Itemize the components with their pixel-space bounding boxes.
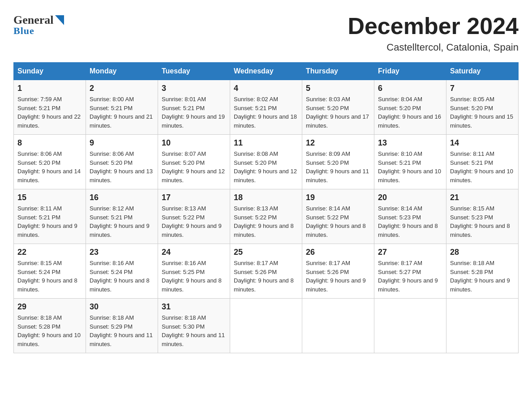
day-info: Sunrise: 8:18 AMSunset: 5:30 PMDaylight:… bbox=[162, 314, 225, 347]
day-info: Sunrise: 8:13 AMSunset: 5:22 PMDaylight:… bbox=[234, 205, 294, 238]
day-number: 12 bbox=[306, 138, 370, 148]
day-number: 22 bbox=[17, 248, 82, 257]
calendar-table: Sunday Monday Tuesday Wednesday Thursday… bbox=[13, 62, 519, 353]
calendar-week-row: 1 Sunrise: 7:59 AMSunset: 5:21 PMDayligh… bbox=[14, 80, 519, 135]
day-info: Sunrise: 8:07 AMSunset: 5:20 PMDaylight:… bbox=[162, 150, 225, 184]
day-info: Sunrise: 8:16 AMSunset: 5:25 PMDaylight:… bbox=[162, 260, 222, 293]
day-info: Sunrise: 8:05 AMSunset: 5:20 PMDaylight:… bbox=[450, 96, 513, 129]
logo-blue-text: Blue bbox=[13, 25, 34, 37]
day-info: Sunrise: 8:17 AMSunset: 5:26 PMDaylight:… bbox=[306, 260, 366, 293]
table-row: 6 Sunrise: 8:04 AMSunset: 5:20 PMDayligh… bbox=[374, 80, 446, 135]
table-row: 17 Sunrise: 8:13 AMSunset: 5:22 PMDaylig… bbox=[158, 189, 230, 244]
table-row: 15 Sunrise: 8:11 AMSunset: 5:21 PMDaylig… bbox=[14, 189, 86, 244]
col-friday: Friday bbox=[374, 63, 446, 80]
day-number: 2 bbox=[90, 84, 154, 93]
table-row: 29 Sunrise: 8:18 AMSunset: 5:28 PMDaylig… bbox=[14, 299, 86, 353]
day-number: 10 bbox=[162, 138, 226, 148]
table-row: 23 Sunrise: 8:16 AMSunset: 5:24 PMDaylig… bbox=[86, 244, 158, 299]
page-header: General Blue December 2024 Castelltercol… bbox=[13, 13, 519, 53]
day-info: Sunrise: 8:17 AMSunset: 5:26 PMDaylight:… bbox=[234, 260, 294, 293]
day-info: Sunrise: 8:11 AMSunset: 5:21 PMDaylight:… bbox=[17, 205, 77, 238]
day-number: 4 bbox=[234, 84, 298, 93]
table-row: 7 Sunrise: 8:05 AMSunset: 5:20 PMDayligh… bbox=[446, 80, 519, 135]
table-row: 20 Sunrise: 8:14 AMSunset: 5:23 PMDaylig… bbox=[374, 189, 446, 244]
day-info: Sunrise: 8:02 AMSunset: 5:21 PMDaylight:… bbox=[234, 96, 297, 129]
table-row: 21 Sunrise: 8:15 AMSunset: 5:23 PMDaylig… bbox=[446, 189, 519, 244]
day-number: 24 bbox=[162, 248, 226, 257]
day-info: Sunrise: 8:17 AMSunset: 5:27 PMDaylight:… bbox=[378, 260, 438, 293]
day-info: Sunrise: 8:18 AMSunset: 5:28 PMDaylight:… bbox=[17, 314, 81, 347]
day-number: 8 bbox=[17, 138, 82, 148]
col-thursday: Thursday bbox=[302, 63, 374, 80]
table-row: 19 Sunrise: 8:14 AMSunset: 5:22 PMDaylig… bbox=[302, 189, 374, 244]
table-row bbox=[374, 299, 446, 353]
table-row: 22 Sunrise: 8:15 AMSunset: 5:24 PMDaylig… bbox=[14, 244, 86, 299]
calendar-week-row: 8 Sunrise: 8:06 AMSunset: 5:20 PMDayligh… bbox=[14, 135, 519, 189]
day-info: Sunrise: 8:18 AMSunset: 5:29 PMDaylight:… bbox=[90, 314, 153, 347]
day-info: Sunrise: 8:12 AMSunset: 5:21 PMDaylight:… bbox=[90, 205, 150, 238]
calendar-week-row: 22 Sunrise: 8:15 AMSunset: 5:24 PMDaylig… bbox=[14, 244, 519, 299]
table-row: 10 Sunrise: 8:07 AMSunset: 5:20 PMDaylig… bbox=[158, 135, 230, 189]
table-row: 4 Sunrise: 8:02 AMSunset: 5:21 PMDayligh… bbox=[230, 80, 302, 135]
table-row: 16 Sunrise: 8:12 AMSunset: 5:21 PMDaylig… bbox=[86, 189, 158, 244]
day-number: 9 bbox=[90, 138, 154, 148]
table-row: 13 Sunrise: 8:10 AMSunset: 5:21 PMDaylig… bbox=[374, 135, 446, 189]
col-tuesday: Tuesday bbox=[158, 63, 230, 80]
day-info: Sunrise: 8:15 AMSunset: 5:24 PMDaylight:… bbox=[17, 260, 77, 293]
day-number: 18 bbox=[234, 193, 298, 202]
logo: General Blue bbox=[13, 13, 64, 37]
calendar-week-row: 15 Sunrise: 8:11 AMSunset: 5:21 PMDaylig… bbox=[14, 189, 519, 244]
table-row: 25 Sunrise: 8:17 AMSunset: 5:26 PMDaylig… bbox=[230, 244, 302, 299]
col-wednesday: Wednesday bbox=[230, 63, 302, 80]
table-row: 5 Sunrise: 8:03 AMSunset: 5:20 PMDayligh… bbox=[302, 80, 374, 135]
day-info: Sunrise: 8:15 AMSunset: 5:23 PMDaylight:… bbox=[450, 205, 510, 238]
day-info: Sunrise: 8:18 AMSunset: 5:28 PMDaylight:… bbox=[450, 260, 510, 293]
calendar-title: December 2024 bbox=[348, 13, 519, 39]
day-number: 30 bbox=[90, 302, 154, 312]
day-number: 23 bbox=[90, 248, 154, 257]
table-row: 18 Sunrise: 8:13 AMSunset: 5:22 PMDaylig… bbox=[230, 189, 302, 244]
day-number: 27 bbox=[378, 248, 442, 257]
day-number: 11 bbox=[234, 138, 298, 148]
day-number: 13 bbox=[378, 138, 442, 148]
day-number: 16 bbox=[90, 193, 154, 202]
day-info: Sunrise: 8:09 AMSunset: 5:20 PMDaylight:… bbox=[306, 150, 369, 184]
day-info: Sunrise: 8:04 AMSunset: 5:20 PMDaylight:… bbox=[378, 96, 441, 129]
calendar-week-row: 29 Sunrise: 8:18 AMSunset: 5:28 PMDaylig… bbox=[14, 299, 519, 353]
day-number: 5 bbox=[306, 84, 370, 93]
day-number: 1 bbox=[17, 84, 82, 93]
table-row: 2 Sunrise: 8:00 AMSunset: 5:21 PMDayligh… bbox=[86, 80, 158, 135]
day-info: Sunrise: 8:10 AMSunset: 5:21 PMDaylight:… bbox=[378, 150, 441, 184]
day-number: 19 bbox=[306, 193, 370, 202]
day-info: Sunrise: 8:00 AMSunset: 5:21 PMDaylight:… bbox=[90, 96, 153, 129]
day-number: 29 bbox=[17, 302, 82, 312]
day-number: 20 bbox=[378, 193, 442, 202]
table-row: 8 Sunrise: 8:06 AMSunset: 5:20 PMDayligh… bbox=[14, 135, 86, 189]
col-monday: Monday bbox=[86, 63, 158, 80]
day-info: Sunrise: 8:14 AMSunset: 5:23 PMDaylight:… bbox=[378, 205, 438, 238]
day-number: 26 bbox=[306, 248, 370, 257]
table-row: 26 Sunrise: 8:17 AMSunset: 5:26 PMDaylig… bbox=[302, 244, 374, 299]
day-info: Sunrise: 8:13 AMSunset: 5:22 PMDaylight:… bbox=[162, 205, 222, 238]
day-info: Sunrise: 8:06 AMSunset: 5:20 PMDaylight:… bbox=[17, 150, 81, 184]
day-number: 31 bbox=[162, 302, 226, 312]
calendar-subtitle: Castelltercol, Catalonia, Spain bbox=[348, 42, 519, 53]
calendar-header-row: Sunday Monday Tuesday Wednesday Thursday… bbox=[14, 63, 519, 80]
day-info: Sunrise: 8:01 AMSunset: 5:21 PMDaylight:… bbox=[162, 96, 225, 129]
day-number: 17 bbox=[162, 193, 226, 202]
col-sunday: Sunday bbox=[14, 63, 86, 80]
day-info: Sunrise: 8:16 AMSunset: 5:24 PMDaylight:… bbox=[90, 260, 150, 293]
table-row: 9 Sunrise: 8:06 AMSunset: 5:20 PMDayligh… bbox=[86, 135, 158, 189]
day-number: 7 bbox=[450, 84, 515, 93]
table-row bbox=[230, 299, 302, 353]
table-row: 12 Sunrise: 8:09 AMSunset: 5:20 PMDaylig… bbox=[302, 135, 374, 189]
table-row: 31 Sunrise: 8:18 AMSunset: 5:30 PMDaylig… bbox=[158, 299, 230, 353]
day-info: Sunrise: 8:11 AMSunset: 5:21 PMDaylight:… bbox=[450, 150, 513, 184]
table-row: 14 Sunrise: 8:11 AMSunset: 5:21 PMDaylig… bbox=[446, 135, 519, 189]
table-row: 30 Sunrise: 8:18 AMSunset: 5:29 PMDaylig… bbox=[86, 299, 158, 353]
table-row: 1 Sunrise: 7:59 AMSunset: 5:21 PMDayligh… bbox=[14, 80, 86, 135]
day-number: 3 bbox=[162, 84, 226, 93]
day-number: 6 bbox=[378, 84, 442, 93]
day-info: Sunrise: 8:08 AMSunset: 5:20 PMDaylight:… bbox=[234, 150, 297, 184]
day-number: 14 bbox=[450, 138, 515, 148]
